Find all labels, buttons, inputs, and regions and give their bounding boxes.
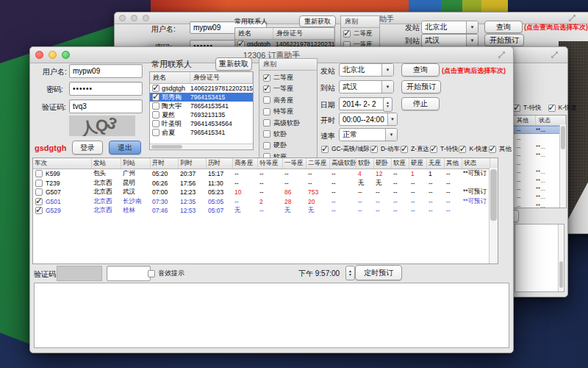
start-booking-button[interactable]: 开始预订 xyxy=(401,80,441,93)
date-field[interactable]: 2014- 2- 2 xyxy=(339,97,387,110)
status-row[interactable]: --**... xyxy=(514,151,566,159)
scrollbar-thumb[interactable] xyxy=(151,145,182,149)
bottom-captcha-input[interactable] xyxy=(107,266,151,281)
column-header[interactable]: 软卧 xyxy=(356,158,374,169)
fullscreen-icon[interactable] xyxy=(551,51,559,59)
depart-time-dropdown[interactable]: 00:00--24:00▼ xyxy=(339,113,398,126)
status-row[interactable]: --**... xyxy=(514,202,566,208)
train-row[interactable]: T239北京西昆明06:2617:5611:30----------无无----… xyxy=(33,179,498,188)
contact-row[interactable]: 俞夏7965415341 xyxy=(150,128,253,137)
train-type-filter[interactable]: K-快速 xyxy=(459,145,488,154)
mid-table-scrollbar[interactable] xyxy=(559,124,566,208)
back-arrive-dropdown[interactable]: 武汉▼ xyxy=(421,34,478,47)
checkbox-icon[interactable] xyxy=(459,146,466,153)
column-header[interactable]: 一等座 xyxy=(283,158,306,169)
username-input[interactable]: mypw09 xyxy=(69,64,143,78)
column-header[interactable]: 其他 xyxy=(445,158,462,169)
checkbox-icon[interactable] xyxy=(35,207,43,214)
checkbox-icon[interactable] xyxy=(148,270,155,277)
checkbox-icon[interactable] xyxy=(430,146,437,153)
checkbox-icon[interactable] xyxy=(263,142,270,149)
time-stepper[interactable]: ▲▼ xyxy=(345,266,355,280)
train-row[interactable]: G507北京西武汉07:0012:2305:2310--86753-------… xyxy=(33,188,498,197)
seat-class-option[interactable]: 二等座 xyxy=(263,73,313,82)
checkbox-icon[interactable] xyxy=(152,120,159,127)
depart-dropdown[interactable]: 北京北▼ xyxy=(339,63,394,77)
train-type-filter[interactable]: Z-直达 xyxy=(401,145,429,154)
bottom-captcha-image[interactable] xyxy=(57,266,102,281)
column-header[interactable]: 车次 xyxy=(33,158,92,169)
exit-button[interactable]: 退出 xyxy=(109,141,141,155)
mid-log-box[interactable] xyxy=(514,224,564,292)
contacts-hscrollbar[interactable] xyxy=(150,144,253,149)
column-header[interactable]: 高级软卧 xyxy=(330,158,356,169)
stop-button[interactable]: 停止 xyxy=(401,97,440,110)
train-type-filter[interactable]: T-特快 xyxy=(513,104,542,113)
log-box[interactable] xyxy=(34,283,509,348)
checkbox-icon[interactable] xyxy=(35,180,43,187)
status-row[interactable]: --**... xyxy=(514,143,566,151)
train-type-filter[interactable]: 其他 xyxy=(489,145,512,154)
login-button[interactable]: 登录 xyxy=(72,141,103,155)
checkbox-icon[interactable] xyxy=(321,146,329,153)
checkbox-icon[interactable] xyxy=(152,111,159,118)
train-row[interactable]: K599包头广州05:2020:3715:17----------412--11… xyxy=(33,169,498,179)
timed-booking-button[interactable]: 定时预订 xyxy=(355,265,402,280)
column-header[interactable]: 到时 xyxy=(179,158,207,169)
timer-time-field[interactable]: 下午 9:57:00 xyxy=(298,269,340,279)
contact-row[interactable]: 陶大宇78654153541 xyxy=(150,102,253,110)
seat-class-option[interactable]: 一等座 xyxy=(263,84,313,93)
checkbox-icon[interactable] xyxy=(35,170,43,177)
checkbox-icon[interactable] xyxy=(513,105,520,112)
train-type-filter[interactable]: GC-高铁/城际 xyxy=(321,145,370,154)
back-query-button[interactable]: 查询 xyxy=(484,21,523,33)
speed-dropdown[interactable]: 正常▼ xyxy=(339,128,398,141)
column-header[interactable]: 硬座 xyxy=(409,158,427,169)
back-depart-dropdown[interactable]: 北京北▼ xyxy=(421,21,478,34)
checkbox-icon[interactable] xyxy=(401,146,408,153)
contact-row[interactable]: 夏然7693213135 xyxy=(150,110,253,119)
checkbox-icon[interactable] xyxy=(152,93,159,101)
refresh-contacts-button[interactable]: 重新获取 xyxy=(215,57,252,71)
column-header[interactable]: 商务座 xyxy=(233,158,258,169)
scrollbar-thumb[interactable] xyxy=(490,169,497,221)
password-input[interactable]: •••••• xyxy=(69,82,143,96)
column-header[interactable]: 到站 xyxy=(121,158,151,169)
seat-class-option[interactable]: 二等座 xyxy=(343,29,377,38)
train-type-filter[interactable]: T-特快 xyxy=(430,145,459,154)
checkbox-icon[interactable] xyxy=(35,188,43,196)
train-table-scrollbar[interactable] xyxy=(489,168,498,263)
query-button[interactable]: 查询 xyxy=(401,63,440,77)
checkbox-icon[interactable] xyxy=(263,108,270,116)
train-type-filter[interactable]: K-快速 xyxy=(548,104,578,113)
status-row[interactable]: -- xyxy=(514,160,566,168)
checkbox-icon[interactable] xyxy=(489,146,496,153)
seat-class-option[interactable]: 硬卧 xyxy=(263,141,313,150)
column-header[interactable]: 软座 xyxy=(392,158,409,169)
checkbox-icon[interactable] xyxy=(263,74,270,82)
captcha-image[interactable]: 人 Q 3 xyxy=(69,116,135,136)
contact-row[interactable]: 郑秀梅7964153415 xyxy=(150,93,253,102)
back-refresh-button[interactable]: 重新获取 xyxy=(299,15,336,27)
column-header[interactable]: 发站 xyxy=(92,158,121,169)
checkbox-icon[interactable] xyxy=(370,146,378,153)
column-header[interactable]: 无座 xyxy=(427,158,445,169)
status-row[interactable]: --**... xyxy=(514,168,566,176)
train-type-filter[interactable]: D-动车 xyxy=(370,145,400,154)
column-header[interactable]: 硬卧 xyxy=(374,158,392,169)
fullscreen-icon[interactable] xyxy=(568,14,576,22)
checkbox-icon[interactable] xyxy=(152,85,159,92)
arrive-dropdown[interactable]: 武汉▼ xyxy=(339,80,394,93)
seat-class-option[interactable]: 高级软卧 xyxy=(263,118,313,128)
captcha-input[interactable]: tvq3 xyxy=(69,99,143,113)
column-header[interactable]: 特等座 xyxy=(258,158,283,169)
column-header[interactable]: 历时 xyxy=(207,158,233,169)
status-row[interactable]: --**... xyxy=(514,126,566,134)
checkbox-icon[interactable] xyxy=(263,96,270,104)
checkbox-icon[interactable] xyxy=(152,102,159,110)
train-row[interactable]: G501北京西长沙南07:3012:3505:05--22820--------… xyxy=(33,197,498,207)
status-row[interactable]: --**... xyxy=(514,176,566,184)
scrollbar-thumb[interactable] xyxy=(561,126,565,149)
status-row[interactable]: --**... xyxy=(514,185,566,193)
sound-toggle[interactable]: 音效提示 xyxy=(148,269,184,278)
